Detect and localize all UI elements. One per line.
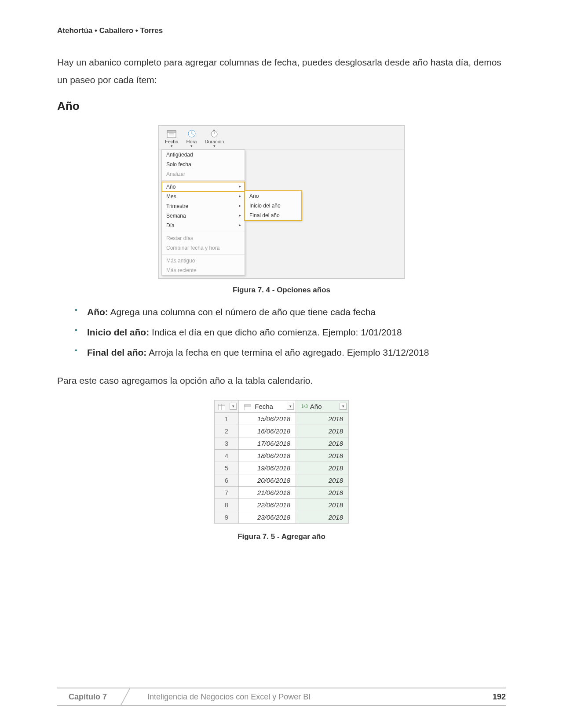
menu-item-mes[interactable]: Mes [162, 192, 245, 201]
bullet-ano-label: Año: [87, 307, 108, 317]
intro-paragraph: Hay un abanico completo para agregar col… [57, 54, 506, 89]
table-row: 115/06/20182018 [215, 412, 349, 425]
row-number: 9 [215, 511, 239, 523]
cell-ano: 2018 [296, 449, 349, 462]
column-header-fecha-label: Fecha [255, 403, 273, 410]
column-header-fecha[interactable]: Fecha ▾ [239, 400, 296, 412]
calendar-icon [244, 404, 251, 410]
table-corner-cell[interactable]: ▾ [215, 400, 239, 412]
figure-7-5-caption: Figura 7. 5 - Agregar año [57, 532, 506, 541]
cell-ano: 2018 [296, 486, 349, 499]
table-row: 822/06/20182018 [215, 499, 349, 511]
menu-item-dia[interactable]: Día [162, 221, 245, 230]
cell-fecha: 19/06/2018 [239, 462, 296, 474]
cell-ano: 2018 [296, 474, 349, 486]
ribbon-hora-label: Hora [186, 139, 197, 144]
table-row: 923/06/20182018 [215, 511, 349, 523]
figure-7-5: ▾ Fecha ▾ 1²3 Año ▾ 115/06/20182018 [57, 400, 506, 541]
ribbon-fecha-label: Fecha [165, 139, 179, 144]
cell-fecha: 15/06/2018 [239, 412, 296, 425]
cell-fecha: 17/06/2018 [239, 437, 296, 449]
footer-page-number: 192 [493, 692, 506, 702]
menu-item-masreciente: Más reciente [162, 266, 245, 275]
row-number: 7 [215, 486, 239, 499]
column-header-ano-label: Año [310, 403, 322, 410]
table-row: 721/06/20182018 [215, 486, 349, 499]
calendar-icon [167, 129, 176, 138]
list-item: Final del año: Arroja la fecha en que te… [75, 344, 506, 361]
list-item: Inicio del año: Indica el día en que dic… [75, 324, 506, 341]
data-table: ▾ Fecha ▾ 1²3 Año ▾ 115/06/20182018 [214, 400, 349, 524]
section-heading-ano: Año [57, 99, 506, 113]
mid-paragraph: Para este caso agregamos la opción año a… [57, 372, 506, 389]
fecha-dropdown-menu: Antigüedad Solo fecha Analizar Año Mes T… [161, 149, 245, 276]
bullet-ano-text: Agrega una columna con el número de año … [108, 307, 376, 317]
numeric-type-icon: 1²3 [301, 404, 307, 409]
menu-item-restar: Restar días [162, 233, 245, 243]
cell-ano: 2018 [296, 437, 349, 449]
row-number: 6 [215, 474, 239, 486]
cell-fecha: 22/06/2018 [239, 499, 296, 511]
table-row: 317/06/20182018 [215, 437, 349, 449]
submenu-item-inicio[interactable]: Inicio del año [245, 201, 301, 211]
cell-fecha: 21/06/2018 [239, 486, 296, 499]
ribbon-fecha-button[interactable]: Fecha ▾ [162, 128, 181, 148]
figure-7-4-caption: Figura 7. 4 - Opciones años [57, 286, 506, 295]
table-row: 620/06/20182018 [215, 474, 349, 486]
ano-submenu: Año Inicio del año Final del año [245, 191, 302, 221]
row-number: 3 [215, 437, 239, 449]
submenu-item-final[interactable]: Final del año [245, 211, 301, 220]
page-header-authors: Atehortúa • Caballero • Torres [57, 26, 506, 35]
menu-item-antiguedad[interactable]: Antigüedad [162, 150, 245, 160]
menu-item-ano[interactable]: Año [162, 182, 245, 192]
dropdown-arrow-icon[interactable]: ▾ [340, 403, 347, 410]
row-number: 2 [215, 425, 239, 437]
table-row: 216/06/20182018 [215, 425, 349, 437]
figure-7-4: Fecha ▾ Hora ▾ Duración ▾ Antigüedad Sol [57, 125, 506, 295]
clock-icon [187, 129, 197, 138]
table-icon [218, 404, 225, 410]
cell-ano: 2018 [296, 412, 349, 425]
menu-item-solofecha[interactable]: Solo fecha [162, 160, 245, 169]
cell-ano: 2018 [296, 499, 349, 511]
dropdown-arrow-icon: ▾ [205, 145, 224, 147]
footer-chapter: Capítulo 7 [57, 692, 118, 702]
bullet-final-text: Arroja la fecha en que termina el año ag… [146, 347, 429, 357]
ribbon-duracion-label: Duración [205, 139, 224, 144]
column-header-ano[interactable]: 1²3 Año ▾ [296, 400, 349, 412]
ribbon-hora-button[interactable]: Hora ▾ [184, 128, 200, 148]
stopwatch-icon [209, 129, 219, 138]
menu-item-combinar: Combinar fecha y hora [162, 243, 245, 253]
row-number: 5 [215, 462, 239, 474]
submenu-item-ano[interactable]: Año [245, 191, 301, 201]
svg-rect-8 [213, 130, 215, 131]
cell-fecha: 16/06/2018 [239, 425, 296, 437]
row-number: 4 [215, 449, 239, 462]
bullet-inicio-label: Inicio del año: [87, 327, 149, 337]
ribbon-duracion-button[interactable]: Duración ▾ [202, 128, 227, 148]
svg-rect-14 [244, 405, 251, 406]
svg-rect-1 [167, 131, 176, 132]
list-item: Año: Agrega una columna con el número de… [75, 303, 506, 321]
cell-ano: 2018 [296, 462, 349, 474]
dropdown-arrow-icon: ▾ [186, 145, 197, 147]
table-row: 519/06/20182018 [215, 462, 349, 474]
dropdown-arrow-icon: ▾ [165, 145, 179, 147]
cell-ano: 2018 [296, 425, 349, 437]
row-number: 1 [215, 412, 239, 425]
ribbon-toolbar: Fecha ▾ Hora ▾ Duración ▾ [159, 126, 404, 149]
row-number: 8 [215, 499, 239, 511]
table-row: 418/06/20182018 [215, 449, 349, 462]
cell-fecha: 23/06/2018 [239, 511, 296, 523]
menu-item-masantiguo: Más antiguo [162, 256, 245, 266]
bullet-list: Año: Agrega una columna con el número de… [57, 303, 506, 361]
menu-item-semana[interactable]: Semana [162, 211, 245, 221]
menu-item-analizar: Analizar [162, 169, 245, 179]
dropdown-arrow-icon[interactable]: ▾ [287, 403, 294, 410]
bullet-inicio-text: Indica el día en que dicho año comienza.… [149, 327, 402, 337]
menu-item-trimestre[interactable]: Trimestre [162, 201, 245, 211]
footer-book-title: Inteligencia de Negocios con Excel y Pow… [132, 692, 493, 702]
dropdown-arrow-icon[interactable]: ▾ [230, 403, 237, 410]
cell-fecha: 20/06/2018 [239, 474, 296, 486]
cell-ano: 2018 [296, 511, 349, 523]
